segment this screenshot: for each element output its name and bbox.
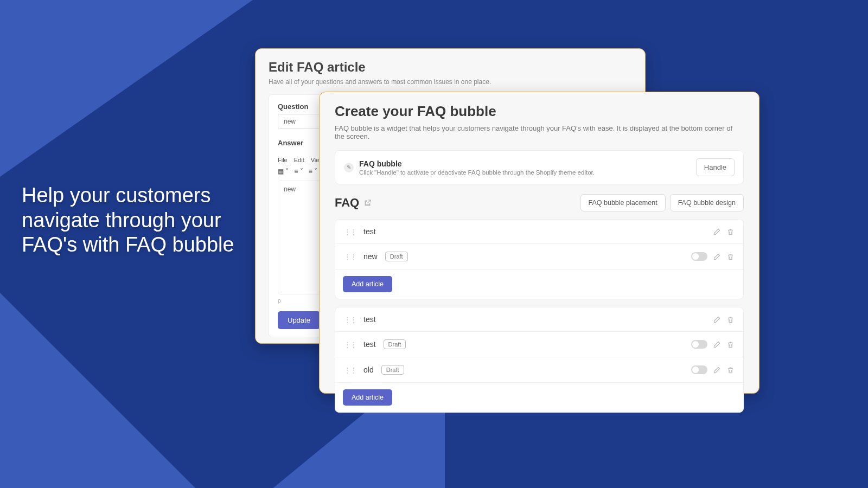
update-button[interactable]: Update [278, 311, 320, 329]
ordered-list-icon[interactable]: ≡ ˅ [294, 168, 303, 175]
external-link-icon[interactable] [363, 199, 372, 207]
drag-handle-icon[interactable]: ⋮⋮ [344, 228, 356, 236]
draft-badge: Draft [381, 365, 404, 375]
drag-handle-icon[interactable]: ⋮⋮ [344, 316, 356, 324]
group-title: test [363, 227, 376, 236]
edit-icon[interactable] [713, 316, 721, 324]
add-article-row: Add article [335, 269, 743, 299]
trash-icon[interactable] [726, 253, 735, 261]
menu-edit[interactable]: Edit [294, 157, 304, 163]
draft-badge: Draft [384, 339, 406, 349]
faq-bubble-info: ✎ FAQ bubble Click "Handle" to activate … [335, 150, 744, 184]
trash-icon[interactable] [726, 316, 735, 324]
trash-icon[interactable] [726, 366, 735, 374]
faq-heading: FAQ [335, 196, 372, 210]
add-article-button[interactable]: Add article [343, 389, 392, 406]
faq-group-header: ⋮⋮ test [335, 307, 743, 331]
edit-icon[interactable] [713, 228, 721, 236]
drag-handle-icon[interactable]: ⋮⋮ [344, 341, 356, 349]
create-faq-title: Create your FAQ bubble [335, 103, 744, 120]
edit-icon[interactable] [713, 253, 721, 261]
add-article-button[interactable]: Add article [343, 276, 392, 292]
faq-group-header: ⋮⋮ test [335, 220, 743, 243]
group-title: test [363, 315, 376, 324]
tab-placement[interactable]: FAQ bubble placement [580, 194, 666, 211]
faq-group: ⋮⋮ test ⋮⋮ new Draft Add article [335, 219, 744, 299]
create-faq-subtitle: FAQ bubble is a widget that helps your c… [335, 124, 744, 140]
edit-icon[interactable] [713, 341, 721, 349]
trash-icon[interactable] [726, 228, 735, 236]
article-name: old [363, 365, 374, 374]
tab-design[interactable]: FAQ bubble design [670, 194, 744, 211]
draft-badge: Draft [385, 252, 408, 261]
faq-bubble-desc: Click "Handle" to activate or deactivate… [359, 169, 595, 176]
drag-handle-icon[interactable]: ⋮⋮ [344, 366, 356, 374]
faq-group: ⋮⋮ test ⋮⋮ test Draft ⋮⋮ old Draft [335, 307, 744, 413]
add-article-row: Add article [335, 382, 743, 412]
publish-toggle[interactable] [691, 365, 707, 374]
faq-tabs: FAQ bubble placement FAQ bubble design [580, 194, 744, 211]
table-icon[interactable]: ▦ ˅ [278, 168, 289, 175]
hero-headline: Help your customers navigate through you… [22, 183, 250, 258]
faq-bubble-label: FAQ bubble [359, 159, 595, 168]
create-faq-bubble-card: Create your FAQ bubble FAQ bubble is a w… [319, 92, 760, 394]
faq-article-row: ⋮⋮ new Draft [335, 243, 743, 269]
handle-button[interactable]: Handle [696, 158, 735, 176]
article-name: test [363, 340, 376, 349]
publish-toggle[interactable] [691, 252, 707, 261]
edit-faq-title: Edit FAQ article [269, 60, 632, 75]
trash-icon[interactable] [726, 341, 735, 349]
edit-faq-subtitle: Have all of your questions and answers t… [269, 78, 632, 86]
faq-article-row: ⋮⋮ test Draft [335, 331, 743, 357]
unordered-list-icon[interactable]: ≡ ˅ [309, 168, 317, 175]
publish-toggle[interactable] [691, 340, 707, 349]
article-name: new [363, 252, 378, 261]
bubble-icon: ✎ [344, 163, 354, 172]
faq-article-row: ⋮⋮ old Draft [335, 357, 743, 382]
edit-icon[interactable] [713, 366, 721, 374]
drag-handle-icon[interactable]: ⋮⋮ [344, 253, 356, 261]
menu-file[interactable]: File [278, 157, 288, 163]
